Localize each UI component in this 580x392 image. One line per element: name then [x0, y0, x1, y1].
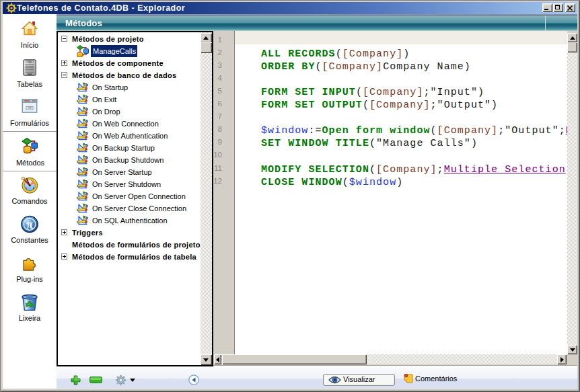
svg-text:Tabel: Tabel	[28, 61, 32, 63]
svg-text:π: π	[26, 218, 33, 231]
svg-text:OK: OK	[28, 106, 32, 110]
